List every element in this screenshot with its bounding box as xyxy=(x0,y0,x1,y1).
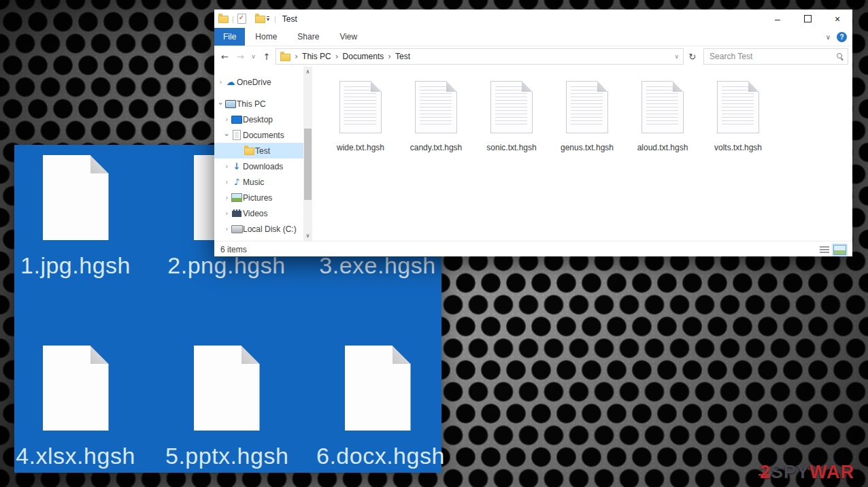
navigation-pane: › ☁ OneDrive › This PC › Desktop › xyxy=(214,67,303,241)
tab-file[interactable]: File xyxy=(214,28,245,46)
separator: | xyxy=(274,15,276,23)
sidebar-item-this-pc[interactable]: › This PC xyxy=(214,96,303,112)
window-title: Test xyxy=(282,14,297,24)
refresh-icon[interactable]: ↻ xyxy=(688,52,696,62)
desktop-file-name: 5.pptx.hgsh xyxy=(165,443,288,469)
breadcrumb-separator: › xyxy=(335,52,339,61)
file-item[interactable]: candy.txt.hgsh xyxy=(402,81,470,152)
sidebar-item-desktop[interactable]: › Desktop xyxy=(214,112,303,127)
sidebar-item-videos[interactable]: › Videos xyxy=(214,205,303,221)
disk-drive-icon xyxy=(231,225,243,233)
chevron-right-icon[interactable]: › xyxy=(217,78,224,86)
new-folder-quick-icon[interactable] xyxy=(255,16,265,23)
address-dropdown-icon[interactable]: ∨ xyxy=(675,53,680,60)
sidebar-item-label: Downloads xyxy=(243,162,283,171)
details-view-icon[interactable] xyxy=(820,246,829,254)
tab-home[interactable]: Home xyxy=(245,28,287,46)
explorer-body: › ☁ OneDrive › This PC › Desktop › xyxy=(214,67,852,241)
file-item[interactable]: volts.txt.hgsh xyxy=(704,81,772,152)
videos-icon xyxy=(231,209,243,217)
chevron-right-icon[interactable]: › xyxy=(223,224,231,233)
file-name: candy.txt.hgsh xyxy=(402,143,470,152)
page-fold-icon xyxy=(90,155,109,173)
sidebar-item-label: Test xyxy=(255,146,270,156)
scrollbar-thumb[interactable] xyxy=(304,129,312,200)
customize-toolbar-icon[interactable]: ▾ xyxy=(267,16,269,22)
address-bar[interactable]: › This PC › Documents › Test ∨ xyxy=(276,48,684,65)
file-item[interactable]: aloud.txt.hgsh xyxy=(629,81,697,152)
recent-locations-icon[interactable]: ∨ xyxy=(250,53,258,60)
tab-share[interactable]: Share xyxy=(287,28,329,46)
minimize-button[interactable]: – xyxy=(763,10,792,28)
sidebar-item-downloads[interactable]: › ↓ Downloads xyxy=(214,158,303,174)
folder-icon xyxy=(243,146,255,155)
address-bar-row: ← → ∨ ↑ › This PC › Documents › Test ∨ ↻ xyxy=(214,46,852,67)
blank-file-icon xyxy=(194,346,260,431)
sidebar-item-music[interactable]: › ♪ Music xyxy=(214,174,303,190)
file-item[interactable]: sonic.txt.hgsh xyxy=(478,81,546,152)
breadcrumb-separator: › xyxy=(388,52,391,61)
breadcrumb-documents[interactable]: Documents xyxy=(343,52,384,61)
file-item[interactable]: genus.txt.hgsh xyxy=(553,81,621,152)
chevron-right-icon[interactable]: › xyxy=(223,115,231,124)
sidebar-item-local-disk-c[interactable]: › Local Disk (C:) xyxy=(214,221,303,237)
sidebar-item-pictures[interactable]: › Pictures xyxy=(214,190,303,205)
sidebar-item-documents[interactable]: › Documents xyxy=(214,127,303,143)
file-name: wide.txt.hgsh xyxy=(327,143,395,152)
sidebar-item-label: Videos xyxy=(243,209,267,218)
up-icon[interactable]: ↑ xyxy=(260,52,273,62)
view-buttons xyxy=(820,245,846,255)
file-name: aloud.txt.hgsh xyxy=(629,143,697,152)
file-name: sonic.txt.hgsh xyxy=(478,143,546,152)
back-icon[interactable]: ← xyxy=(218,52,231,62)
chevron-right-icon[interactable]: › xyxy=(223,193,231,202)
page-fold-icon xyxy=(90,346,109,364)
breadcrumb-test[interactable]: Test xyxy=(395,52,410,61)
item-count: 6 items xyxy=(220,245,247,254)
sidebar-item-test[interactable]: Test xyxy=(214,143,303,158)
search-input[interactable] xyxy=(708,51,837,62)
collapse-ribbon-icon[interactable]: ∨ xyxy=(826,33,831,41)
large-icons-view-icon[interactable] xyxy=(833,245,846,255)
sidebar-item-label: OneDrive xyxy=(237,78,271,87)
breadcrumb-this-pc[interactable]: This PC xyxy=(302,52,331,61)
text-file-icon xyxy=(339,81,382,133)
chevron-down-icon[interactable]: › xyxy=(216,100,225,107)
sidebar-scrollbar[interactable]: ∧ ∨ xyxy=(303,67,312,241)
sidebar-item-label: Music xyxy=(243,178,264,187)
page-fold-icon xyxy=(241,346,260,364)
breadcrumb-separator: › xyxy=(295,52,298,61)
scroll-down-icon[interactable]: ∨ xyxy=(303,233,312,239)
music-icon: ♪ xyxy=(231,177,243,187)
maximize-button[interactable] xyxy=(792,10,822,28)
explorer-app-icon xyxy=(218,16,229,23)
chevron-right-icon[interactable]: › xyxy=(223,209,231,218)
scroll-up-icon[interactable]: ∧ xyxy=(303,69,312,75)
help-icon[interactable]: ? xyxy=(837,32,847,42)
sidebar-item-onedrive[interactable]: › ☁ OneDrive xyxy=(214,74,303,90)
blank-file-icon xyxy=(43,346,109,431)
downloads-icon: ↓ xyxy=(231,161,243,171)
search-box[interactable] xyxy=(703,48,848,65)
blank-file-icon xyxy=(345,346,411,431)
properties-quick-icon[interactable]: ✓ xyxy=(237,14,246,24)
desktop-file[interactable]: 1.jpg.hgsh xyxy=(14,155,137,279)
sidebar-item-label: Local Disk (C:) xyxy=(243,224,297,234)
pictures-icon xyxy=(231,193,243,202)
desktop-file[interactable]: 4.xlsx.hgsh xyxy=(14,346,137,469)
desktop-file[interactable]: 5.pptx.hgsh xyxy=(165,346,288,469)
file-name: volts.txt.hgsh xyxy=(704,143,772,152)
file-item[interactable]: wide.txt.hgsh xyxy=(327,81,395,152)
chevron-right-icon[interactable]: › xyxy=(223,178,231,186)
title-bar: | ✓ ▾ | Test – × xyxy=(214,10,852,28)
close-button[interactable]: × xyxy=(822,10,852,28)
folder-icon xyxy=(280,54,290,61)
ribbon-tab-bar: File Home Share View ∨ ? xyxy=(214,28,852,46)
chevron-right-icon[interactable]: › xyxy=(223,162,231,171)
chevron-down-icon[interactable]: › xyxy=(222,131,231,139)
sidebar-item-label: Documents xyxy=(243,131,284,140)
forward-icon[interactable]: → xyxy=(234,52,247,62)
screenshot-stage: 1.jpg.hgsh 2.png.hgsh 3.exe.hgsh 4.xlsx.… xyxy=(0,0,868,487)
tab-view[interactable]: View xyxy=(329,28,367,46)
desktop-file[interactable]: 6.docx.hgsh xyxy=(316,346,439,469)
